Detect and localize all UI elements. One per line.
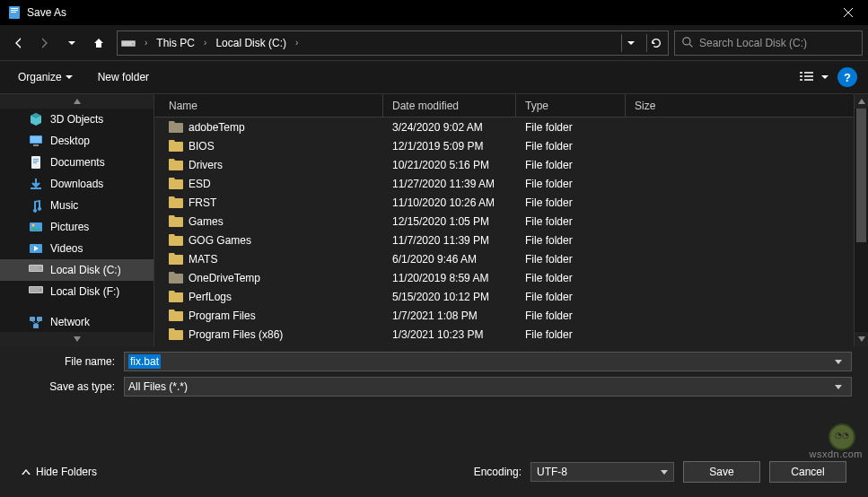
svg-rect-20 <box>33 162 37 163</box>
file-row[interactable]: adobeTemp 3/24/2020 9:02 AM File folder <box>154 118 868 136</box>
svg-rect-13 <box>804 79 813 81</box>
sidebar-item[interactable]: Music <box>0 195 153 216</box>
watermark-text: wsxdn.com <box>809 449 863 459</box>
svg-point-27 <box>39 267 41 269</box>
forward-button[interactable] <box>32 31 57 56</box>
savetype-label: Save as type: <box>16 380 124 393</box>
file-row[interactable]: GOG Games 11/7/2020 11:39 PM File folder <box>154 231 868 249</box>
view-options-button[interactable] <box>798 66 830 88</box>
svg-point-6 <box>132 43 134 45</box>
file-row[interactable]: MATS 6/1/2020 9:46 AM File folder <box>154 249 868 268</box>
address-dropdown[interactable] <box>621 34 639 52</box>
cancel-button[interactable]: Cancel <box>769 461 846 483</box>
title-bar[interactable]: Save As <box>0 0 868 25</box>
encoding-select[interactable]: UTF-8 <box>530 462 674 482</box>
scroll-up-button[interactable] <box>855 94 868 109</box>
file-type: File folder <box>516 196 626 209</box>
svg-rect-9 <box>804 72 813 74</box>
chevron-right-icon: › <box>145 38 147 48</box>
sidebar-item[interactable]: Local Disk (F:) <box>0 281 153 302</box>
file-list: Name Date modified Type Size adobeTemp 3… <box>154 94 868 346</box>
svg-rect-19 <box>33 161 39 161</box>
sidebar-item[interactable]: Pictures <box>0 216 153 238</box>
breadcrumb-this-pc[interactable]: This PC <box>153 35 198 51</box>
refresh-icon <box>650 37 662 49</box>
address-bar[interactable]: › This PC › Local Disk (C:) › <box>117 31 669 56</box>
file-row[interactable]: FRST 11/10/2020 10:26 AM File folder <box>154 193 868 212</box>
sidebar-item[interactable]: Downloads <box>0 173 153 195</box>
savetype-select[interactable]: All Files (*.*) <box>124 377 852 397</box>
svg-rect-11 <box>804 75 813 77</box>
sidebar-item-label: Videos <box>50 242 83 255</box>
breadcrumb-drive[interactable]: Local Disk (C:) <box>212 35 290 51</box>
column-header-size[interactable]: Size <box>626 94 868 117</box>
file-name: Drivers <box>189 159 223 171</box>
new-folder-button[interactable]: New folder <box>91 67 156 87</box>
file-date: 5/15/2020 10:12 PM <box>383 291 516 303</box>
folder-icon <box>169 196 183 208</box>
folder-icon <box>169 121 183 133</box>
sidebar-item-label: Network <box>50 316 90 328</box>
svg-rect-10 <box>800 75 802 77</box>
folder-icon <box>169 140 183 152</box>
nav-scroll-down[interactable] <box>0 332 153 346</box>
file-row[interactable]: ESD 11/27/2020 11:39 AM File folder <box>154 174 868 193</box>
sidebar-item[interactable]: Videos <box>0 238 153 259</box>
sidebar-item[interactable]: Documents <box>0 152 153 173</box>
help-button[interactable]: ? <box>837 67 857 87</box>
column-header-name[interactable]: Name <box>154 94 383 117</box>
file-date: 3/24/2020 9:02 AM <box>383 121 516 134</box>
filename-input[interactable]: fix.bat <box>124 352 852 371</box>
sidebar-item-label: 3D Objects <box>50 113 103 126</box>
nav-icon <box>29 198 43 213</box>
hide-folders-button[interactable]: Hide Folders <box>22 466 97 478</box>
folder-icon <box>169 272 183 283</box>
close-button[interactable] <box>828 0 868 25</box>
chevron-down-icon <box>661 470 668 475</box>
organize-menu[interactable]: Organize <box>11 67 80 87</box>
file-row[interactable]: PerfLogs 5/15/2020 10:12 PM File folder <box>154 287 868 306</box>
sidebar-item-label: Pictures <box>50 221 89 233</box>
column-header-date[interactable]: Date modified <box>383 94 516 117</box>
filename-dropdown[interactable] <box>829 355 847 368</box>
savetype-dropdown[interactable] <box>829 380 847 393</box>
save-button[interactable]: Save <box>683 461 760 483</box>
svg-rect-33 <box>33 324 39 328</box>
search-input[interactable]: Search Local Disk (C:) <box>674 31 863 56</box>
file-name: MATS <box>189 253 217 266</box>
sidebar-item[interactable]: Local Disk (C:) <box>0 259 153 281</box>
history-dropdown[interactable] <box>59 31 84 56</box>
column-header-type[interactable]: Type <box>516 94 626 117</box>
scroll-down-button[interactable] <box>855 332 868 346</box>
file-row[interactable]: OneDriveTemp 11/20/2019 8:59 AM File fol… <box>154 268 868 287</box>
refresh-button[interactable] <box>646 34 664 52</box>
up-button[interactable] <box>86 31 111 56</box>
folder-icon <box>169 215 183 227</box>
file-row[interactable]: Games 12/15/2020 1:05 PM File folder <box>154 212 868 231</box>
sidebar-item-network[interactable]: Network <box>0 311 153 333</box>
back-button[interactable] <box>5 31 31 56</box>
sidebar-item-label: Downloads <box>50 178 103 190</box>
view-icon <box>800 71 818 83</box>
file-row[interactable]: Program Files (x86) 1/3/2021 10:23 PM Fi… <box>154 325 868 344</box>
scroll-thumb[interactable] <box>856 109 866 242</box>
file-row[interactable]: Program Files 1/7/2021 1:08 PM File fold… <box>154 306 868 325</box>
chevron-up-icon <box>22 468 31 475</box>
file-row[interactable]: Drivers 10/21/2020 5:16 PM File folder <box>154 155 868 174</box>
sidebar-item[interactable]: Desktop <box>0 130 153 152</box>
file-row[interactable]: BIOS 12/1/2019 5:09 PM File folder <box>154 136 868 155</box>
file-date: 11/27/2020 11:39 AM <box>383 178 516 190</box>
svg-rect-31 <box>30 317 35 321</box>
nav-icon <box>29 284 43 299</box>
nav-icon <box>29 263 43 277</box>
encoding-dropdown[interactable] <box>661 466 668 478</box>
sidebar-item[interactable]: 3D Objects <box>0 109 153 130</box>
nav-scroll-up[interactable] <box>0 94 153 109</box>
folder-icon <box>169 253 183 265</box>
file-type: File folder <box>516 159 626 171</box>
chevron-down-icon <box>858 336 865 342</box>
sidebar-item-label: Local Disk (C:) <box>50 264 121 276</box>
file-type: File folder <box>516 253 626 266</box>
svg-point-23 <box>32 224 35 227</box>
file-scrollbar[interactable] <box>854 94 868 346</box>
